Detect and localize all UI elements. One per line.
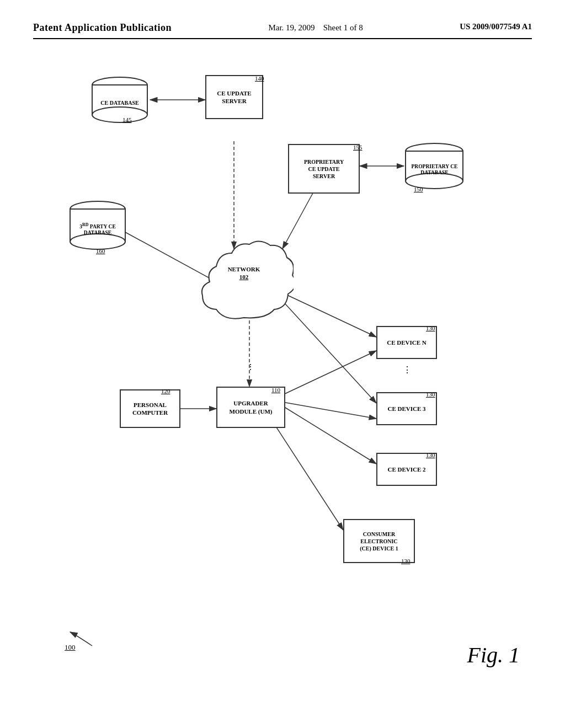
svg-line-13	[282, 406, 376, 464]
diagram-area: CE DATABASE 145 CE UPDATESERVER 140 PROP…	[34, 45, 531, 679]
svg-point-21	[92, 107, 147, 122]
ce-database-ref: 145	[122, 116, 132, 123]
svg-line-16	[282, 402, 376, 419]
svg-line-15	[282, 351, 376, 395]
personal-computer-node: PERSONALCOMPUTER	[120, 389, 180, 428]
ce-device-1-node: CONSUMERELECTRONIC(CE) DEVICE 1	[343, 519, 415, 563]
dots-um-to-network: ⋮	[247, 363, 254, 371]
figure-label: Fig. 1	[467, 642, 520, 668]
svg-line-10	[282, 293, 376, 337]
publication-title: Patent Application Publication	[33, 22, 172, 34]
personal-computer-ref: 120	[161, 388, 170, 394]
sheet-info: Sheet 1 of 8	[323, 23, 363, 32]
proprietary-server-ref: 155	[353, 144, 363, 151]
upgrader-module-ref: 110	[271, 387, 280, 393]
page-header: Patent Application Publication Mar. 19, …	[33, 22, 532, 39]
third-party-db-node: 3RD PARTY CEDATABASE	[67, 199, 128, 251]
proprietary-db-label: PROPRIETARY CEDATABASE	[407, 156, 462, 176]
third-party-db-ref: 160	[96, 248, 105, 254]
pub-date: Mar. 19, 2009	[268, 23, 315, 32]
system-number: 100	[65, 643, 76, 652]
pub-number: US 2009/0077549 A1	[460, 22, 532, 31]
page: Patent Application Publication Mar. 19, …	[0, 0, 565, 728]
dots-n-to-3: ⋮	[403, 366, 412, 374]
proprietary-server-node: PROPRIETARYCE UPDATESERVER	[288, 144, 360, 194]
network-label: NETWORK102	[194, 265, 294, 281]
ce-database-label: CE DATABASE	[96, 93, 143, 106]
third-party-db-label: 3RD PARTY CEDATABASE	[75, 215, 120, 237]
ce-device-2-ref: 130	[426, 452, 435, 458]
proprietary-db-node: PROPRIETARY CEDATABASE	[403, 141, 466, 191]
proprietary-db-ref: 150	[414, 186, 423, 192]
ce-device-1-ref: 130	[401, 558, 411, 564]
ce-device-3-ref: 130	[426, 391, 435, 398]
ce-update-server-ref: 140	[255, 75, 264, 82]
arrows-overlay	[34, 45, 531, 679]
ce-database-node: CE DATABASE	[89, 75, 150, 125]
svg-line-14	[271, 420, 343, 530]
ce-device-n-ref: 130	[426, 325, 435, 331]
publication-meta: Mar. 19, 2009 Sheet 1 of 8	[268, 22, 363, 34]
svg-line-11	[285, 304, 376, 403]
ce-update-server-node: CE UPDATESERVER	[205, 75, 263, 119]
network-cloud: NETWORK102	[194, 232, 294, 326]
